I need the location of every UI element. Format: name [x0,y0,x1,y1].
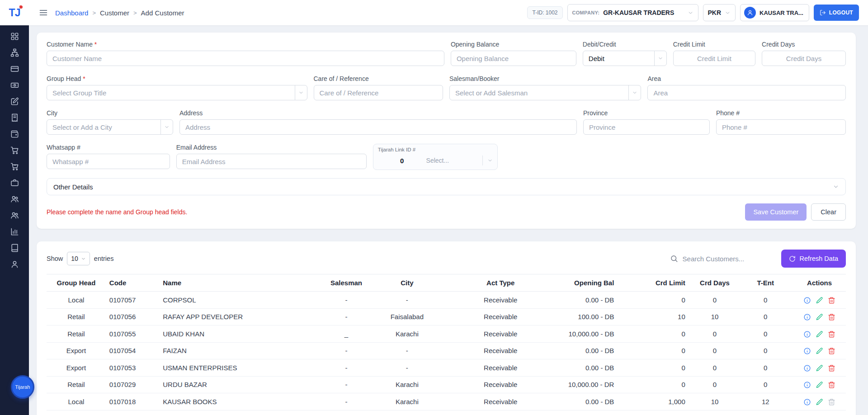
table-row: Export 0107053 USMAN ENTERPRISES - - Rec… [47,359,846,377]
tijarah-link-select[interactable]: Select... [426,156,493,165]
cell-name: RAFAY APP DEVELOPER [159,308,326,325]
refresh-data-button[interactable]: Refresh Data [781,250,846,268]
cell-crd-limit: 10 [620,308,691,325]
info-icon[interactable] [803,347,811,355]
phone-input[interactable] [716,119,846,135]
menu-toggle-button[interactable] [39,8,48,17]
care-of-input[interactable] [314,85,443,100]
sidebar-item-purchases[interactable] [0,142,29,158]
opening-balance-input[interactable] [451,51,576,66]
credit-limit-field-group: Credit Limit [673,41,755,66]
delete-icon[interactable] [828,347,835,355]
debit-credit-field-group: Debit/Credit Debit [583,41,667,66]
entries-select[interactable]: 10 [67,252,90,265]
edit-icon[interactable] [816,381,823,389]
group-head-select[interactable]: Select Group Title [47,85,307,100]
address-input[interactable] [179,119,577,135]
logout-button[interactable]: LOGOUT [814,5,859,21]
chevron-down-icon [688,10,693,16]
sidebar-item-invoices[interactable] [0,109,29,126]
company-select[interactable]: COMPANY: GR-KAUSAR TRADERS [567,4,698,21]
sidebar-item-reports[interactable] [0,223,29,240]
credit-limit-input[interactable] [673,51,755,66]
info-icon[interactable] [803,398,811,406]
clear-button[interactable]: Clear [811,203,846,221]
delete-icon[interactable] [828,381,835,389]
credit-days-input[interactable] [762,51,846,66]
breadcrumb-dashboard[interactable]: Dashboard [55,9,88,17]
edit-icon[interactable] [816,330,823,338]
sidebar-item-wallet[interactable] [0,126,29,142]
debit-credit-select[interactable]: Debit [583,51,667,66]
cell-opening-bal: 0.00 - DB [554,393,621,410]
edit-icon[interactable] [816,297,823,304]
sidebar-item-ledger[interactable] [0,240,29,256]
sidebar-item-payments[interactable] [0,77,29,93]
cell-actions [793,342,846,359]
delete-icon[interactable] [828,297,835,304]
sidebar-item-workflow[interactable] [0,44,29,61]
sidebar-item-suppliers[interactable] [0,207,29,223]
cell-name: UBAID KHAN [159,325,326,343]
sidebar-item-entries[interactable] [0,93,29,109]
customers-table: Group Head Code Name Salesman City Act T… [47,274,846,415]
cell-actions [793,292,846,309]
delete-icon[interactable] [828,364,835,372]
salesman-select[interactable]: Select or Add Salesman [449,85,641,100]
cell-code: 0107053 [106,359,159,377]
delete-icon[interactable] [828,330,835,338]
debit-credit-value: Debit [583,55,654,62]
info-icon[interactable] [803,330,811,338]
col-salesman: Salesman [326,274,367,292]
sidebar-item-customers[interactable] [0,191,29,207]
cell-name: Cash Customer [159,410,326,415]
delete-icon[interactable] [828,398,835,406]
whatsapp-input[interactable] [47,154,170,169]
edit-icon[interactable] [816,347,823,355]
sidebar-item-cards[interactable] [0,61,29,77]
info-icon[interactable] [803,297,811,304]
breadcrumb-customer[interactable]: Customer [100,9,129,17]
required-asterisk: * [94,41,97,48]
info-icon[interactable] [803,313,811,321]
cell-group-head: Export [47,359,106,377]
cell-opening-bal: 100.00 - DB [554,308,621,325]
sidebar-item-sales[interactable] [0,158,29,174]
credit-days-field-group: Credit Days [762,41,846,66]
care-of-field-group: Care of / Reference [314,75,443,100]
delete-icon[interactable] [828,313,835,321]
customer-name-input[interactable] [47,51,444,66]
area-label: Area [647,75,846,82]
info-icon[interactable] [803,381,811,389]
cell-t-ent: 0 [738,342,793,359]
salesman-label: Salesman/Booker [449,75,641,82]
sidebar-item-dashboard[interactable] [0,28,29,44]
city-select[interactable]: Select or Add a City [47,119,173,135]
cell-act-type: Receivable [447,393,554,410]
save-customer-button[interactable]: Save Customer [745,203,807,221]
search-input[interactable] [683,255,773,263]
salesman-value: Select or Add Salesman [450,89,628,97]
currency-select[interactable]: PKR [703,4,736,21]
other-details-toggle[interactable]: Other Details [47,178,846,195]
logo-text: TJ [9,7,20,19]
sidebar-item-account[interactable] [0,256,29,272]
tijarah-chat-widget[interactable]: Tijarah [11,375,34,399]
user-menu[interactable]: KAUSAR TRA... [740,4,809,21]
edit-icon[interactable] [816,313,823,321]
province-input[interactable] [583,119,710,135]
group-head-field-group: Group Head * Select Group Title [47,75,307,100]
info-icon[interactable] [803,364,811,372]
table-header-row: Group Head Code Name Salesman City Act T… [47,274,846,292]
area-input[interactable] [647,85,846,100]
cell-crd-limit: 0 [620,359,691,377]
sidebar-item-business[interactable] [0,174,29,191]
cell-t-ent: 0 [738,359,793,377]
edit-icon[interactable] [816,398,823,406]
other-details-label: Other Details [53,183,93,191]
validation-message: Please complete the name and Group head … [47,208,187,216]
edit-icon[interactable] [816,364,823,372]
cell-opening-bal: 0.00 - DB [554,342,621,359]
cell-actions [793,359,846,377]
email-field[interactable] [176,154,367,169]
